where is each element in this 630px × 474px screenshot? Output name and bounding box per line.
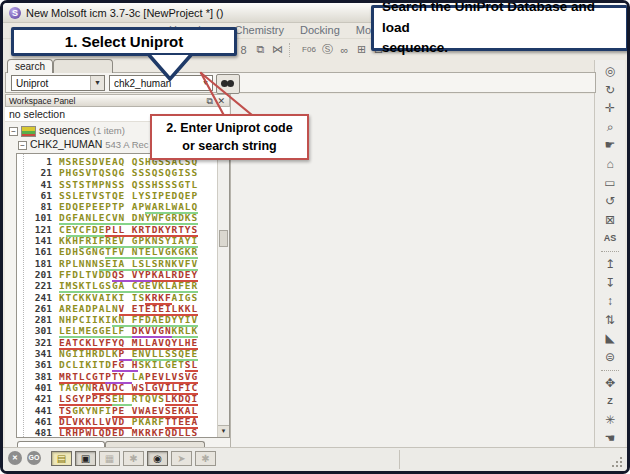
sequence-row[interactable]: 361DCLIKITDFG HSKILGETSL (26, 359, 217, 370)
sequence-row[interactable]: 101DGFANLECVN DNYWFGRDKS (26, 212, 217, 223)
residue-number: 381 (26, 371, 52, 382)
collapse-icon[interactable]: − (9, 127, 18, 136)
residue-number: 221 (26, 280, 52, 291)
pick-icon[interactable]: ☛ (599, 136, 621, 155)
residue-segment: KTCKKVAIKI IS (59, 292, 145, 303)
rotate-icon[interactable]: ↻ (599, 81, 621, 100)
sequence-row[interactable]: 21PHGSVTQSQG SSSQSQGISS (26, 167, 217, 178)
residue-segment: NHPCIIKI (59, 314, 112, 325)
clear-selection-icon[interactable]: ⊠ (599, 211, 621, 230)
menu-docking[interactable]: Docking (292, 24, 348, 36)
slab-icon[interactable]: ↕ (599, 292, 621, 311)
residue-segment: FFDLTVDD (59, 269, 112, 280)
sequence-row[interactable]: 81EDQEPEEPTP APWARLWALQ (26, 201, 217, 212)
sequence-scrollbar[interactable]: ▼ (217, 154, 229, 437)
grab-icon[interactable]: ☚ (599, 429, 621, 448)
workspace-panel-header: Workspace Panel ⧉ ✕ (5, 94, 230, 107)
sequence-row[interactable]: 201FFDLTVDDQS VYPKALRDEY (26, 269, 217, 280)
residue-segment: LRH (59, 427, 79, 438)
residue-segment: KKH (59, 235, 79, 246)
superpose-icon[interactable]: ⧉ (252, 43, 269, 56)
z-sort-icon[interactable]: Z (599, 392, 621, 411)
sequence-row[interactable]: 341NGIIHRDLKP ENVLLSSQEE (26, 348, 217, 359)
depth-icon[interactable]: ⇅ (599, 311, 621, 330)
scrollbar-thumb[interactable] (219, 230, 228, 247)
graphics-camera-toggle[interactable]: ◉ (147, 451, 168, 466)
translate-icon[interactable]: ✛ (599, 99, 621, 118)
f06-icon[interactable]: F06 (299, 45, 319, 54)
tools-button[interactable]: ✱ (195, 451, 216, 466)
sequence-row[interactable]: 461DLVKKLLVVD PKARFTTEEA (26, 416, 217, 427)
spin-icon[interactable]: ✥ (599, 374, 621, 393)
residue-segment: SSLETVSTQE LYSIPEDQEP (59, 190, 198, 201)
rect-select-icon[interactable]: ▭ (599, 174, 621, 193)
sequence-row[interactable]: 481LRHPWLQDED MKRKFQDLLS (26, 427, 217, 438)
sequence-row[interactable]: 41SSTSTMPNSS QSSHSSSGTL (26, 179, 217, 190)
stereo-icon[interactable]: Ⓢ (319, 42, 336, 57)
clip-front-icon[interactable]: ↥ (599, 255, 621, 274)
go-button[interactable]: GO (27, 451, 41, 465)
tab-search-label: search (8, 60, 52, 73)
atom-label-icon[interactable]: AS (599, 229, 621, 248)
database-select-value: Uniprot (16, 77, 90, 90)
home-view-icon[interactable]: ⌂ (599, 155, 621, 174)
sequence-viewer: 1MSRESDVEAQ QSHGSSACSQ21PHGSVTQSQG SSSQS… (16, 153, 230, 438)
sequence-row[interactable]: 401TAGYNRAVDC WSLGVILFIC (26, 382, 217, 393)
sequence-row[interactable]: 261AREADPALNV ETEIEILKKL (26, 303, 217, 314)
residue-segment: TAGYN (59, 382, 92, 393)
chevron-down-icon[interactable]: ▼ (199, 76, 212, 90)
residue-segment: EDHSGNG (59, 246, 105, 257)
residue-segment: SKILGET (138, 359, 184, 370)
molsoft-icm-window: S New Molsoft icm 3.7-3c [NewProject *] … (0, 0, 630, 474)
clip-back-icon[interactable]: ↧ (599, 274, 621, 293)
search-button[interactable] (216, 74, 240, 94)
lock-icon[interactable]: ⊜ (599, 348, 621, 367)
callout-search-database: Search the UniProt Database and load seq… (371, 5, 629, 51)
database-select[interactable]: Uniprot ▼ (11, 75, 105, 91)
sequence-row[interactable]: 181RPLNNNSEIA LSLSRNKVFV (26, 258, 217, 269)
grid-icon[interactable]: ⊞ (353, 43, 370, 56)
workspace-panel-toggle[interactable]: ▤ (51, 451, 72, 466)
sparkle-icon[interactable]: ✳ (599, 411, 621, 430)
shadow-icon[interactable]: ◣ (599, 329, 621, 348)
resize-grip[interactable] (611, 456, 623, 468)
sequence-row[interactable]: 221IMSKTLGSGA CGEVKLAFER (26, 280, 217, 291)
chevron-down-icon[interactable]: ▼ (90, 76, 104, 90)
close-panel-icon[interactable]: ✕ (217, 95, 225, 107)
sequence-row[interactable]: 381MRTLCGTPTY LAPEVLVSVG (26, 371, 217, 382)
bond-8-icon[interactable]: 8 (235, 44, 252, 56)
query-input[interactable]: chk2_human ▼ (109, 75, 213, 91)
terminal-window-toggle[interactable]: ▣ (75, 451, 96, 466)
sequence-row[interactable]: 121CEYCFDEPLL KRTDKYRTYS (26, 224, 217, 235)
sequence-row[interactable]: 241KTCKKVAIKI ISKRKFAIGS (26, 292, 217, 303)
sequence-row[interactable]: 421LSGYPPFSEH RTQVSLKDQI (26, 393, 217, 404)
tables-toggle[interactable]: ▦ (99, 451, 120, 466)
glasses-icon[interactable]: ∞ (336, 44, 353, 56)
float-panel-icon[interactable]: ⧉ (207, 95, 213, 107)
collapse-icon[interactable]: − (18, 141, 27, 150)
sequence-row[interactable]: 441TSGKYNFIPE VWAEVSEKAL (26, 405, 217, 416)
mouse-mode-button[interactable]: ➤ (171, 451, 192, 466)
sequence-row[interactable]: 141KKHFRIFREV GPKNSYIAYI (26, 235, 217, 246)
sequence-row[interactable]: 321EATCKLYFYQ MLLAVQYLHE (26, 337, 217, 348)
sequence-row[interactable]: 161EDHSGNGTFV NTELVGKGKR (26, 246, 217, 257)
sequence-row[interactable]: 61SSLETVSTQE LYSIPEDQEP (26, 190, 217, 201)
center-view-icon[interactable]: ◎ (599, 62, 621, 81)
scrollbar-down-icon[interactable]: ▼ (218, 425, 229, 437)
tab-unnamed[interactable] (53, 59, 113, 73)
residue-number: 321 (26, 337, 52, 348)
zoom-icon[interactable]: ⌕ (599, 118, 621, 137)
residue-segment: AIGS (172, 292, 198, 303)
right-toolbar-separator-1 (601, 251, 619, 252)
residue-number: 301 (26, 325, 52, 336)
gear-button[interactable]: ✱ (123, 451, 144, 466)
residue-number: 441 (26, 405, 52, 416)
sequence-row[interactable]: 301LELMEGGELF DKVVGNKRLK (26, 325, 217, 336)
tab-search[interactable]: search (7, 59, 53, 73)
stack-icon[interactable]: ⋈ (269, 43, 286, 56)
right-toolbar: ◎↻✛⌕☛⌂▭↺⊠AS↥↧↕⇅◣⊜✥Z✳☚ (594, 60, 625, 448)
stop-button[interactable]: ✕ (8, 451, 22, 465)
lasso-select-icon[interactable]: ↺ (599, 192, 621, 211)
sequence-row[interactable]: 281NHPCIIKIKN FFDAEDYYIV (26, 314, 217, 325)
residue-number: 121 (26, 224, 52, 235)
